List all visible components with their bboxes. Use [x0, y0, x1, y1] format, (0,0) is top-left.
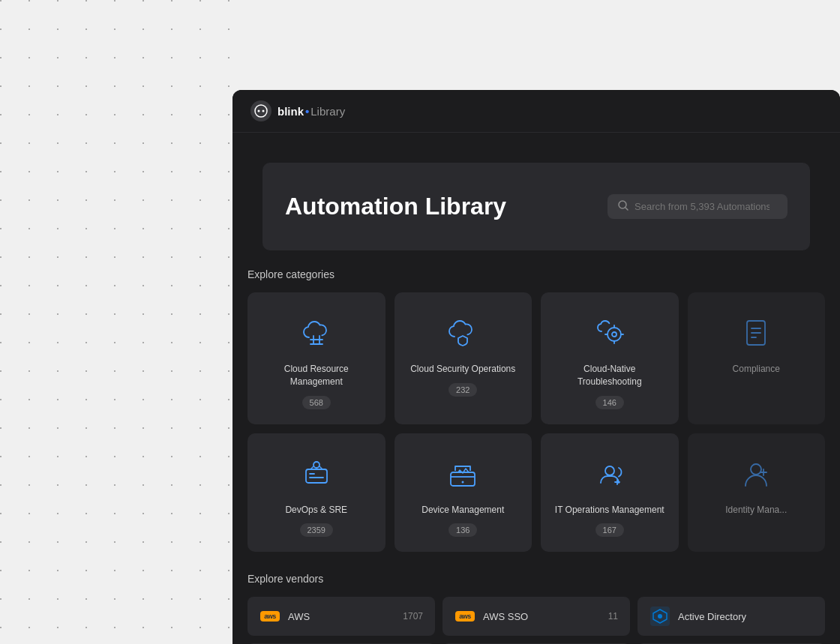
cloud-security-label: Cloud Security Operations [410, 363, 515, 376]
cloud-native-icon [590, 313, 629, 352]
it-ops-label: IT Operations Management [555, 504, 664, 517]
it-ops-count: 167 [596, 523, 624, 537]
explore-categories-section: Explore categories Cloud Resource Manage… [248, 268, 825, 552]
explore-vendors-title: Explore vendors [248, 573, 825, 585]
svg-point-0 [255, 105, 267, 117]
vendor-left-aws: aws AWS [260, 606, 310, 627]
device-label: Device Management [422, 504, 504, 517]
logo-separator: • [305, 105, 309, 118]
hero-section: Automation Library [262, 163, 810, 250]
svg-point-10 [612, 332, 616, 337]
logo-library: Library [310, 105, 345, 118]
category-card-cloud-resource[interactable]: Cloud Resource Management 568 [248, 292, 386, 424]
vendor-left-ad: Active Directory [650, 606, 746, 627]
main-content: Automation Library Explore categories [232, 133, 840, 644]
logo-area: blink•Library [250, 100, 345, 121]
devops-icon [297, 454, 336, 493]
dot-grid-background [0, 0, 240, 644]
device-icon [443, 454, 482, 493]
category-card-it-ops[interactable]: IT Operations Management 167 [541, 433, 679, 553]
category-card-cloud-security[interactable]: Cloud Security Operations 232 [394, 292, 532, 424]
cloud-native-label: Cloud-Native Troubleshooting [553, 363, 667, 388]
aws-sso-name: AWS SSO [483, 611, 528, 622]
vendor-grid: aws AWS 1707 aws AWS SSO 11 [248, 597, 825, 644]
active-directory-logo [650, 606, 670, 627]
svg-point-28 [605, 466, 614, 475]
aws-sso-count: 11 [608, 611, 618, 622]
cloud-security-icon [443, 313, 482, 352]
cloud-resource-label: Cloud Resource Management [260, 363, 374, 388]
aws-sso-logo: aws [454, 606, 476, 627]
cloud-native-count: 146 [596, 396, 624, 409]
aws-logo: aws [260, 606, 280, 627]
vendor-card-active-directory[interactable]: Active Directory [638, 597, 825, 636]
page-title: Automation Library [285, 193, 506, 220]
svg-point-1 [258, 110, 260, 112]
identity-icon [736, 454, 776, 493]
devops-count: 2359 [300, 523, 333, 537]
search-box[interactable] [608, 194, 788, 219]
category-card-device[interactable]: Device Management 136 [394, 433, 532, 553]
devops-label: DevOps & SRE [285, 504, 347, 517]
compliance-icon [736, 313, 776, 352]
svg-point-22 [314, 462, 320, 468]
cloud-security-count: 232 [448, 383, 477, 397]
logo-text: blink•Library [278, 105, 345, 118]
search-input[interactable] [634, 201, 770, 212]
compliance-label: Compliance [733, 363, 780, 376]
cloud-resource-icon [297, 313, 336, 352]
explore-vendors-section: Explore vendors aws AWS 1707 [248, 573, 825, 644]
explore-categories-title: Explore categories [248, 268, 825, 280]
search-icon [618, 200, 628, 213]
category-grid: Cloud Resource Management 568 Cloud Secu… [248, 292, 825, 552]
device-count: 136 [448, 523, 477, 537]
svg-rect-19 [306, 469, 327, 483]
svg-point-35 [658, 614, 662, 619]
svg-line-4 [626, 208, 628, 210]
blink-logo-icon [250, 100, 272, 121]
svg-rect-25 [451, 472, 475, 486]
cloud-resource-count: 568 [302, 396, 331, 409]
svg-point-9 [608, 328, 621, 341]
vendor-card-aws[interactable]: aws AWS 1707 [248, 597, 435, 636]
svg-point-27 [462, 481, 464, 483]
it-ops-icon [590, 454, 629, 493]
logo-blink: blink [278, 105, 304, 118]
vendor-left-aws-sso: aws AWS SSO [454, 606, 528, 627]
category-card-devops[interactable]: DevOps & SRE 2359 [248, 433, 386, 553]
header: blink•Library [232, 90, 840, 133]
aws-count: 1707 [403, 611, 423, 622]
identity-label: Identity Mana... [725, 504, 787, 517]
active-directory-name: Active Directory [678, 611, 746, 622]
category-card-compliance[interactable]: Compliance [688, 292, 826, 424]
vendor-card-aws-sso[interactable]: aws AWS SSO 11 [442, 597, 630, 636]
svg-point-31 [751, 464, 761, 475]
svg-point-2 [262, 110, 265, 112]
category-card-identity[interactable]: Identity Mana... [688, 433, 826, 553]
category-card-cloud-native[interactable]: Cloud-Native Troubleshooting 146 [541, 292, 679, 424]
app-window: blink•Library Automation Library Explore… [232, 90, 840, 644]
aws-name: AWS [288, 611, 310, 622]
